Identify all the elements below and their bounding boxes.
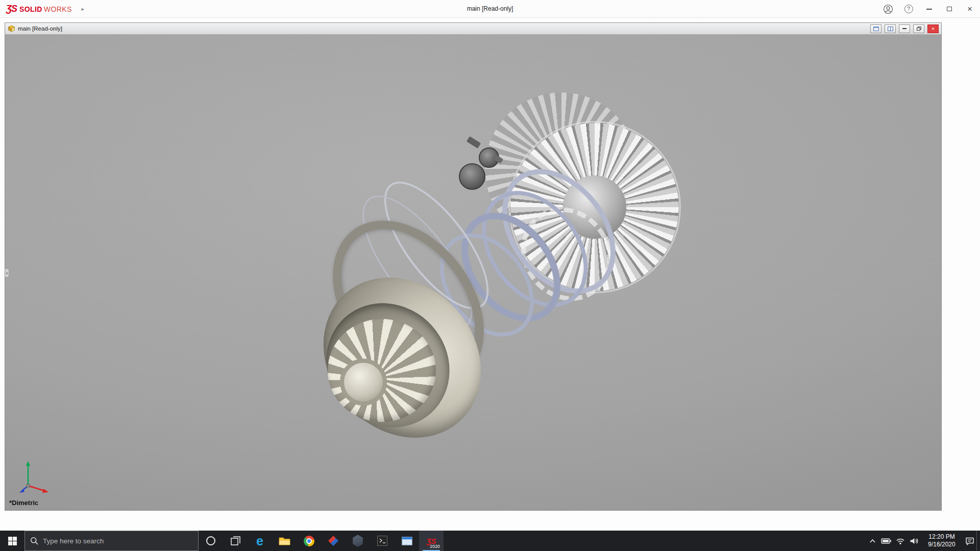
document-window-controls: × [867,24,939,33]
hexagon-app-icon [352,535,363,547]
document-titlebar[interactable]: main [Read-only] × [5,23,941,35]
doc-restore-button[interactable] [913,24,924,33]
account-icon [883,4,893,14]
orientation-triad[interactable] [18,457,54,493]
search-icon [30,537,38,545]
battery-icon [881,537,892,545]
mount-bracket-1[interactable] [467,136,481,148]
taskbar-search[interactable] [24,531,199,551]
tray-expand-button[interactable] [866,531,879,551]
minimize-button[interactable] [919,0,939,18]
maximize-button[interactable] [939,0,960,18]
file-explorer-button[interactable] [272,531,297,551]
action-center-icon [965,537,974,545]
taskbar-clock[interactable]: 12:20 PM 9/16/2020 [921,531,963,551]
file-explorer-icon [279,536,290,545]
speaker-icon [910,537,918,545]
dassault-logo-icon: ƷS [6,4,17,14]
window-app-icon [402,537,412,545]
doc-minimize-icon [902,28,906,29]
graphics-viewport[interactable]: *Dimetric [5,35,941,510]
task-view-button[interactable] [223,531,248,551]
minimize-icon [926,9,932,10]
task-view-icon [231,536,240,546]
color-app-icon [328,536,338,546]
account-button[interactable] [878,0,898,18]
clock-time: 12:20 PM [928,533,954,541]
chrome-button[interactable] [297,531,321,551]
doc-window-tool-button-1[interactable] [870,24,881,33]
app-titlebar: ƷS SOLIDWORKS ▸ main [Read-only] ? × [0,0,980,18]
search-input[interactable] [43,537,193,545]
help-icon: ? [904,5,913,13]
doc-close-button[interactable]: × [927,24,939,33]
doc-minimize-button[interactable] [899,24,910,33]
edge-button[interactable]: e [248,531,272,551]
solidworks-year-badge: 2020 [430,544,440,549]
document-window: main [Read-only] × [5,22,942,511]
close-button[interactable]: × [960,0,980,18]
windows-logo-icon [8,537,17,545]
cortana-button[interactable] [199,531,223,551]
document-title: main [Read-only] [18,26,62,32]
volume-button[interactable] [907,531,921,551]
viewport-side-handle[interactable] [5,268,9,278]
solidworks-logo: ƷS SOLIDWORKS ▸ [6,0,84,18]
app-window-controls: ? × [878,0,980,18]
terminal-app-icon [377,536,387,546]
show-desktop-button[interactable] [976,531,980,551]
start-button[interactable] [0,531,24,551]
hexagon-app-button[interactable] [346,531,370,551]
doc-restore-icon [917,27,921,31]
action-center-button[interactable] [963,531,976,551]
split-window-icon [888,27,893,31]
clock-date: 9/16/2020 [928,541,955,548]
menu-expand-arrow-icon[interactable]: ▸ [82,6,84,12]
assembly-cube-icon [8,25,15,32]
jet-engine-model[interactable] [5,35,941,510]
battery-button[interactable] [879,531,893,551]
solidworks-taskbar-button[interactable]: ƷS 2020 [419,531,444,551]
network-icon [896,537,905,545]
help-button[interactable]: ? [898,0,919,18]
close-icon: × [967,5,972,13]
brand-solid-text: SOLID [19,5,42,13]
edge-icon: e [256,535,263,547]
exhaust-cone-tip[interactable] [340,359,387,406]
system-tray: 12:20 PM 9/16/2020 [866,531,980,551]
maximize-icon [947,7,952,11]
chevron-up-icon [869,538,876,543]
network-button[interactable] [893,531,907,551]
doc-close-icon: × [932,26,935,32]
windows-taskbar: e ƷS 2020 [0,531,980,551]
cortana-icon [206,536,216,546]
bolted-flange-1[interactable] [459,163,485,190]
brand-works-text: WORKS [44,5,72,13]
color-app-button[interactable] [321,531,346,551]
doc-window-tool-button-2[interactable] [885,24,896,33]
view-orientation-label: *Dimetric [9,499,38,507]
chrome-icon [304,536,314,546]
app-window-title: main [Read-only] [0,0,980,18]
new-window-icon [873,27,879,31]
terminal-app-button[interactable] [370,531,395,551]
window-app-button[interactable] [395,531,419,551]
